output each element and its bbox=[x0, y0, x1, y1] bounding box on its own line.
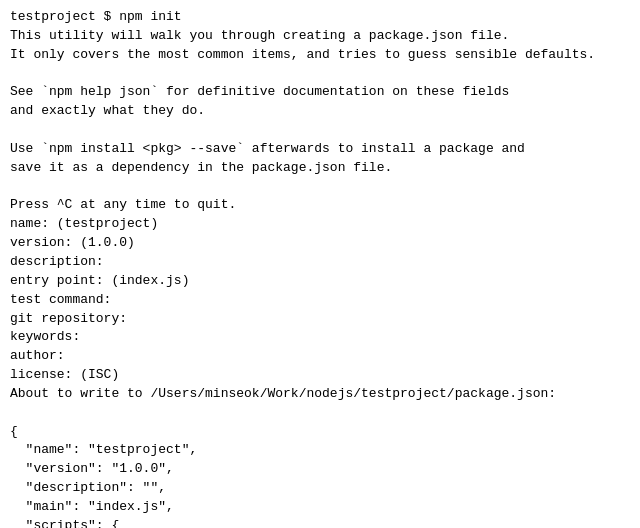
terminal-line: author: bbox=[10, 347, 630, 366]
terminal-line: name: (testproject) bbox=[10, 215, 630, 234]
terminal-line: { bbox=[10, 423, 630, 442]
terminal-line: "version": "1.0.0", bbox=[10, 460, 630, 479]
terminal-line bbox=[10, 121, 630, 140]
terminal-line: "scripts": { bbox=[10, 517, 630, 528]
terminal-line bbox=[10, 65, 630, 84]
terminal-line: This utility will walk you through creat… bbox=[10, 27, 630, 46]
terminal-output: testproject $ npm initThis utility will … bbox=[10, 8, 630, 528]
terminal-line: "main": "index.js", bbox=[10, 498, 630, 517]
terminal-line: testproject $ npm init bbox=[10, 8, 630, 27]
terminal-line bbox=[10, 178, 630, 197]
terminal-line bbox=[10, 404, 630, 423]
terminal-line: Use `npm install <pkg> --save` afterward… bbox=[10, 140, 630, 159]
terminal-line: keywords: bbox=[10, 328, 630, 347]
terminal-line: About to write to /Users/minseok/Work/no… bbox=[10, 385, 630, 404]
terminal-line: "name": "testproject", bbox=[10, 441, 630, 460]
terminal-line: git repository: bbox=[10, 310, 630, 329]
terminal-line: Press ^C at any time to quit. bbox=[10, 196, 630, 215]
terminal-window: testproject $ npm initThis utility will … bbox=[0, 0, 640, 528]
terminal-line: test command: bbox=[10, 291, 630, 310]
terminal-line: "description": "", bbox=[10, 479, 630, 498]
terminal-line: version: (1.0.0) bbox=[10, 234, 630, 253]
terminal-line: It only covers the most common items, an… bbox=[10, 46, 630, 65]
terminal-line: See `npm help json` for definitive docum… bbox=[10, 83, 630, 102]
terminal-line: license: (ISC) bbox=[10, 366, 630, 385]
terminal-line: entry point: (index.js) bbox=[10, 272, 630, 291]
terminal-line: description: bbox=[10, 253, 630, 272]
terminal-line: and exactly what they do. bbox=[10, 102, 630, 121]
terminal-line: save it as a dependency in the package.j… bbox=[10, 159, 630, 178]
